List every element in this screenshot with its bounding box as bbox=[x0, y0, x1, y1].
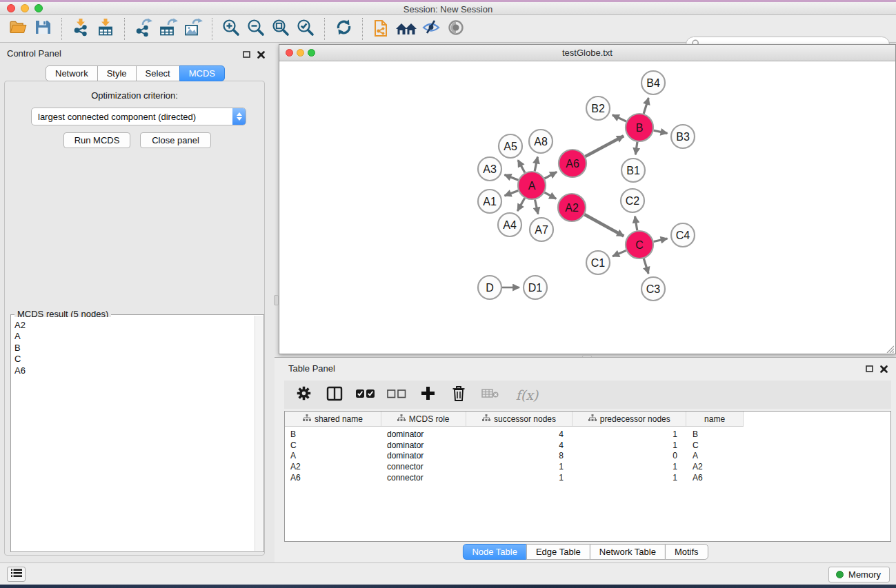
import-table-button[interactable] bbox=[93, 17, 118, 41]
node-A7[interactable]: A7 bbox=[530, 218, 553, 241]
mcds-result-scrollbar[interactable] bbox=[255, 316, 263, 551]
close-panel-button[interactable]: Close panel bbox=[140, 132, 211, 148]
table-cell[interactable]: dominator bbox=[381, 429, 466, 439]
table-cell[interactable]: dominator bbox=[381, 440, 466, 450]
mcds-result-item[interactable]: A2 bbox=[14, 320, 255, 331]
edge-B-B2[interactable] bbox=[613, 115, 626, 121]
edge-B-B4[interactable] bbox=[644, 98, 648, 114]
tab-select[interactable]: Select bbox=[136, 65, 180, 81]
table-cell[interactable]: connector bbox=[381, 473, 466, 483]
zoom-in-button[interactable] bbox=[219, 17, 243, 41]
edge-A-A2[interactable] bbox=[544, 192, 556, 199]
node-C4[interactable]: C4 bbox=[671, 223, 695, 247]
node-C3[interactable]: C3 bbox=[641, 277, 665, 301]
save-session-button[interactable] bbox=[30, 17, 55, 41]
tab-network[interactable]: Network bbox=[46, 65, 98, 81]
splitpane-handle-vertical[interactable] bbox=[274, 295, 279, 305]
table-cell[interactable]: connector bbox=[381, 462, 466, 472]
tab-style[interactable]: Style bbox=[97, 65, 137, 81]
window-resize-grip[interactable] bbox=[885, 343, 894, 352]
table-cell[interactable]: 1 bbox=[573, 462, 687, 472]
node-A6[interactable]: A6 bbox=[559, 150, 586, 177]
node-A5[interactable]: A5 bbox=[499, 134, 522, 158]
edge-B-B1[interactable] bbox=[635, 142, 637, 154]
table-cell[interactable]: 4 bbox=[466, 440, 573, 450]
create-column-button[interactable] bbox=[417, 385, 438, 405]
table-cell[interactable]: 1 bbox=[573, 473, 687, 483]
mcds-result-item[interactable]: A bbox=[14, 331, 255, 342]
edge-C-C2[interactable] bbox=[635, 216, 637, 231]
table-cell[interactable]: A2 bbox=[285, 462, 381, 472]
node-D1[interactable]: D1 bbox=[524, 276, 547, 299]
mcds-result-item[interactable]: C bbox=[14, 354, 255, 365]
table-cell[interactable]: B bbox=[285, 429, 381, 439]
task-history-button[interactable] bbox=[7, 567, 26, 582]
edge-C-C3[interactable] bbox=[644, 258, 648, 274]
tab-motifs[interactable]: Motifs bbox=[665, 544, 708, 560]
network-graph[interactable]: B4B2BB3A8A5A6A3B1AA1C2A2A4A7C4CC1C3DD1 bbox=[279, 61, 895, 354]
table-cell[interactable]: 1 bbox=[466, 473, 573, 483]
table-cell[interactable]: 0 bbox=[573, 451, 687, 460]
close-panel-icon[interactable] bbox=[257, 49, 265, 61]
edge-C-C4[interactable] bbox=[653, 239, 667, 241]
float-panel-icon[interactable] bbox=[243, 49, 250, 61]
node-D[interactable]: D bbox=[478, 276, 501, 299]
select-all-button[interactable] bbox=[355, 385, 376, 405]
node-A4[interactable]: A4 bbox=[498, 213, 521, 236]
optimization-criterion-select[interactable]: largest connected component (directed) bbox=[31, 108, 246, 125]
tab-mcds[interactable]: MCDS bbox=[179, 65, 225, 81]
hide-graphics-details-button[interactable] bbox=[419, 17, 444, 41]
node-B2[interactable]: B2 bbox=[586, 97, 610, 120]
edge-A-A1[interactable] bbox=[505, 190, 519, 195]
table-cell[interactable]: 1 bbox=[573, 429, 687, 439]
table-cell[interactable]: 8 bbox=[466, 451, 573, 460]
edge-B-B3[interactable] bbox=[654, 130, 668, 133]
export-image-button[interactable] bbox=[181, 17, 206, 41]
node-B3[interactable]: B3 bbox=[671, 125, 695, 148]
node-C1[interactable]: C1 bbox=[586, 251, 610, 274]
column-header-successor-nodes[interactable]: successor nodes bbox=[466, 412, 573, 426]
birds-eye-view-button[interactable] bbox=[444, 17, 468, 41]
apply-layout-button[interactable] bbox=[331, 17, 356, 41]
node-C[interactable]: C bbox=[626, 231, 653, 258]
run-mcds-button[interactable]: Run MCDS bbox=[63, 132, 130, 148]
close-panel-icon[interactable] bbox=[880, 363, 888, 376]
node-A2[interactable]: A2 bbox=[558, 194, 586, 221]
edge-A-A4[interactable] bbox=[517, 198, 524, 211]
zoom-fit-button[interactable] bbox=[268, 17, 293, 41]
column-header-mcds-role[interactable]: MCDS role bbox=[381, 412, 466, 426]
table-cell[interactable]: A bbox=[285, 451, 381, 460]
table-cell[interactable]: A bbox=[687, 451, 744, 460]
tab-network-table[interactable]: Network Table bbox=[590, 544, 666, 560]
table-cell[interactable]: 4 bbox=[466, 429, 573, 439]
mcds-result-item[interactable]: A6 bbox=[14, 365, 255, 376]
node-A[interactable]: A bbox=[518, 172, 546, 199]
table-cell[interactable]: C bbox=[687, 440, 744, 450]
edge-A6-B[interactable] bbox=[586, 136, 624, 156]
float-panel-icon[interactable] bbox=[866, 363, 873, 376]
edge-A-A5[interactable] bbox=[518, 160, 525, 172]
edge-A-A6[interactable] bbox=[544, 172, 557, 179]
edge-C-C1[interactable] bbox=[613, 250, 626, 256]
show-columns-button[interactable] bbox=[324, 385, 345, 405]
table-cell[interactable]: A6 bbox=[687, 473, 744, 483]
table-cell[interactable]: C bbox=[285, 440, 381, 450]
edge-A-A8[interactable] bbox=[535, 157, 537, 172]
node-B4[interactable]: B4 bbox=[641, 71, 665, 94]
edge-A2-C[interactable] bbox=[584, 214, 624, 236]
column-header-name[interactable]: name bbox=[686, 412, 743, 426]
export-table-button[interactable] bbox=[156, 17, 181, 41]
deselect-all-button[interactable] bbox=[386, 385, 407, 405]
node-A3[interactable]: A3 bbox=[478, 157, 501, 181]
table-cell[interactable]: dominator bbox=[381, 451, 466, 460]
open-session-button[interactable] bbox=[6, 17, 30, 41]
column-header-predecessor-nodes[interactable]: predecessor nodes bbox=[573, 412, 686, 426]
node-B[interactable]: B bbox=[626, 114, 653, 141]
table-cell[interactable]: 1 bbox=[466, 462, 573, 472]
table-cell[interactable]: A6 bbox=[285, 473, 381, 483]
zoom-selected-button[interactable] bbox=[293, 17, 318, 41]
node-A8[interactable]: A8 bbox=[529, 130, 552, 153]
new-network-from-selection-button[interactable] bbox=[369, 17, 394, 41]
memory-button[interactable]: Memory bbox=[828, 567, 890, 582]
double-house-icon[interactable] bbox=[394, 17, 419, 41]
